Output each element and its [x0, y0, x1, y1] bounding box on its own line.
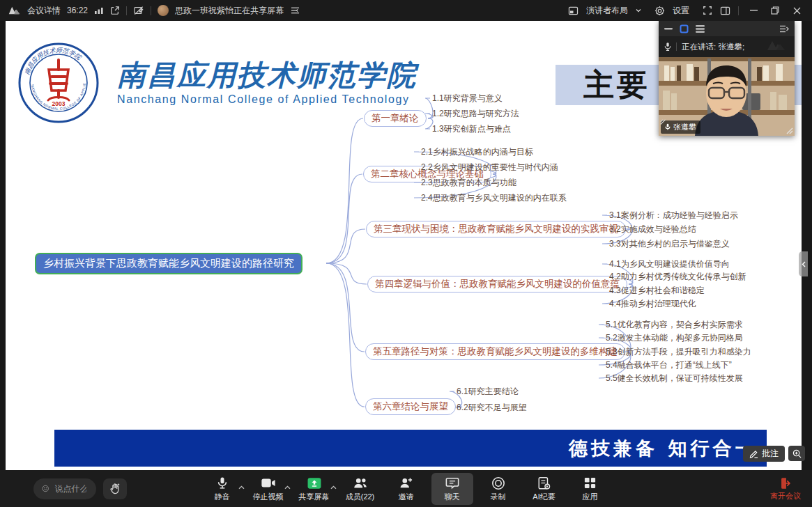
layout-mode-selector[interactable]: 演讲者布局: [586, 5, 628, 17]
quick-chat-input[interactable]: [53, 483, 88, 494]
toolbar-button-label: 聊天: [445, 492, 460, 502]
video-panel-controls: [659, 21, 795, 36]
layout-icon: [568, 6, 579, 15]
members-icon: [353, 476, 368, 491]
share-screen-button[interactable]: 共享屏幕: [293, 473, 335, 505]
invite-icon: [399, 476, 413, 491]
chevron-up-icon[interactable]: [238, 480, 245, 492]
mindmap-sub-item: 5.2激发主体动能，构架多元协同格局: [606, 332, 743, 344]
divider: [738, 6, 739, 15]
chevron-up-icon[interactable]: [330, 480, 337, 492]
resize-handle-icon[interactable]: [785, 126, 793, 134]
chat-button[interactable]: 聊天: [431, 473, 473, 505]
mindmap-sub-item: 6.2研究不足与展望: [457, 402, 527, 414]
mindmap-sub-item: 6.1研究主要结论: [457, 386, 519, 398]
sharing-status-text: 思政一班祝紫怡正在共享屏幕: [175, 5, 284, 17]
toolbar-button-label: 应用: [583, 492, 598, 502]
mindmap-sub-item: 2.3思政教育的本质与功能: [421, 177, 516, 189]
collapse-panel-icon[interactable]: [779, 25, 789, 33]
mindmap-branch-node: 第一章绪论: [364, 110, 427, 127]
gear-icon[interactable]: [654, 6, 665, 16]
speaking-status-text: 正在讲话: 张遵攀;: [682, 42, 744, 52]
meeting-details-link[interactable]: 会议详情: [27, 5, 61, 17]
mindmap-sub-item: 3.2实施成效与经验总结: [609, 224, 696, 235]
share-list-icon[interactable]: [290, 6, 300, 15]
toolbar-button-label: 静音: [215, 492, 230, 502]
sidebar-collapse-tab[interactable]: [799, 251, 808, 276]
speaking-status-row: 正在讲话: 张遵攀;: [659, 36, 795, 57]
thumbnail-layout-icon[interactable]: [680, 24, 689, 33]
mindmap-connector: [326, 263, 365, 352]
mindmap-sub-item: 4.3促进乡村社会和谐稳定: [609, 285, 705, 297]
mindmap-connector: [326, 174, 362, 263]
mindmap-connector: [326, 263, 365, 407]
mindmap-sub-item: 2.4思政教育与乡风文明建设的内在联系: [421, 192, 567, 204]
camera-icon: [261, 476, 276, 491]
quick-chat-pill[interactable]: [33, 478, 96, 499]
settings-button[interactable]: 设置: [673, 5, 689, 17]
annotation-disabled-icon[interactable]: [133, 6, 144, 15]
network-signal-icon[interactable]: [94, 6, 104, 15]
restore-button[interactable]: [768, 3, 782, 17]
apps-button[interactable]: 应用: [569, 473, 611, 505]
apps-icon: [583, 476, 597, 491]
mindmap-sub-item: 1.2研究思路与研究方法: [432, 108, 519, 120]
toolbar-button-label: 共享屏幕: [299, 492, 330, 502]
app-logo-icon: [8, 6, 21, 15]
divider: [126, 6, 127, 15]
mic-icon: [215, 476, 229, 491]
mindmap-sub-item: 3.1案例分析：成功经验与经验启示: [609, 210, 738, 221]
mindmap-sub-item: 1.1研究背景与意义: [432, 93, 503, 104]
mindmap-sub-item: 5.4融合载体平台，打通“线上线下”: [606, 359, 732, 371]
magnifier-plus-icon: [792, 449, 802, 458]
leave-meeting-icon: [779, 476, 792, 490]
chevron-down-icon[interactable]: [636, 8, 641, 13]
leave-meeting-label: 离开会议: [770, 491, 801, 501]
mindmap-sub-item: 4.2助力乡村优秀传统文化传承与创新: [609, 271, 746, 283]
ai-notes-icon: [537, 476, 551, 491]
meeting-app-window: 会议详情 36:22 思政一班祝紫怡正在共享屏幕 演讲者布局: [0, 0, 812, 507]
record-button[interactable]: 录制: [477, 473, 519, 505]
mindmap-sub-item: 5.5健全长效机制，保证可持续性发展: [606, 373, 743, 384]
raise-hand-button[interactable]: [103, 478, 127, 499]
toolbar-button-label: 录制: [491, 492, 506, 502]
share-screen-icon: [307, 476, 322, 491]
members-button[interactable]: 成员(22): [339, 473, 381, 505]
mindmap-sub-item: 4.4推动乡村治理现代化: [609, 298, 696, 310]
mindmap-sub-item: 2.2乡风文明建设的重要性与时代内涵: [421, 162, 558, 173]
speaker-video[interactable]: 张遵攀: [659, 57, 795, 136]
bottom-toolbar: 静音停止视频共享屏幕成员(22)邀请聊天录制AI纪要应用 离开会议: [0, 470, 812, 507]
mindmap-connector: [326, 118, 363, 263]
mindmap-sub-item: 4.1为乡风文明建设提供价值导向: [609, 258, 730, 270]
mindmap-sub-item: 2.1乡村振兴战略的内涵与目标: [421, 146, 533, 158]
resize-handle-icon[interactable]: [660, 119, 667, 126]
mindmap-sub-item: 5.3创新方法手段，提升吸引力和感染力: [606, 346, 751, 358]
chevron-up-icon[interactable]: [284, 480, 291, 492]
mindmap-sub-item: 1.3研究创新点与难点: [432, 123, 511, 135]
annotate-label: 批注: [762, 448, 779, 460]
mic-icon: [664, 42, 671, 52]
fullscreen-icon[interactable]: [703, 6, 712, 15]
invite-button[interactable]: 邀请: [385, 473, 427, 505]
stop-video-button[interactable]: 停止视频: [247, 473, 289, 505]
ai-notes-button[interactable]: AI纪要: [523, 473, 565, 505]
close-button[interactable]: [790, 3, 804, 17]
annotate-button[interactable]: 批注: [743, 446, 785, 462]
minimize-videos-icon[interactable]: [664, 28, 673, 30]
toolbar-button-label: AI纪要: [533, 492, 555, 502]
list-layout-icon[interactable]: [696, 25, 705, 33]
watermark-logo-icon: [767, 39, 790, 54]
mindmap-branch-node: 第四章逻辑与价值：思政教育赋能乡风文明建设的价值意蕴: [367, 276, 627, 292]
mindmap-connector: [326, 263, 367, 284]
sharer-avatar: [158, 5, 169, 16]
toolbar-button-label: 邀请: [399, 492, 414, 502]
magnifier-button[interactable]: [788, 446, 805, 461]
mindmap-branch-node: 第三章现状与困境：思政教育赋能乡风文明建设的实践审视: [366, 221, 626, 237]
mindmap-branch-node: 第五章路径与对策：思政教育赋能乡风文明建设的多维构建: [365, 343, 625, 360]
open-external-icon[interactable]: [110, 6, 120, 15]
side-panel-icon[interactable]: [720, 6, 730, 15]
leave-meeting-button[interactable]: 离开会议: [770, 476, 801, 501]
mute-button[interactable]: 静音: [201, 473, 243, 505]
minimize-button[interactable]: [746, 3, 760, 17]
raise-hand-icon: [109, 483, 121, 494]
